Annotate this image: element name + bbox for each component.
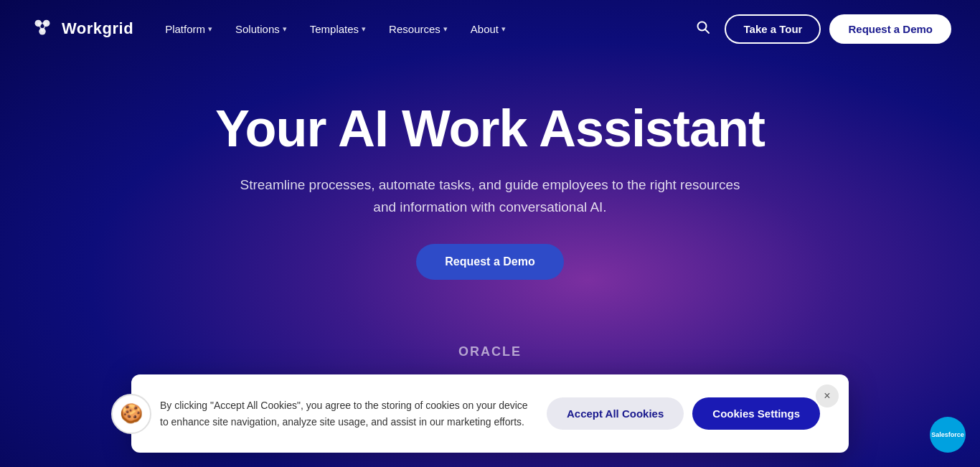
solutions-chevron-icon: ▾ <box>283 24 287 34</box>
nav-item-about[interactable]: About ▾ <box>461 17 516 41</box>
platform-chevron-icon: ▾ <box>208 24 212 34</box>
nav-item-templates[interactable]: Templates ▾ <box>300 17 376 41</box>
accept-all-cookies-button[interactable]: Accept All Cookies <box>547 397 684 430</box>
hero-title: Your AI Work Assistant <box>29 100 951 157</box>
resources-chevron-icon: ▾ <box>443 24 448 34</box>
partners-strip: ORACLE <box>0 344 980 359</box>
workgrid-logo-icon <box>29 15 56 42</box>
search-icon <box>696 20 710 34</box>
hero-section: Your AI Work Assistant Streamline proces… <box>0 57 980 308</box>
cookie-banner: 🍪 By clicking "Accept All Cookies", you … <box>131 374 849 453</box>
hero-subtitle: Streamline processes, automate tasks, an… <box>239 174 741 218</box>
svg-line-7 <box>705 29 709 33</box>
cookie-close-button[interactable]: × <box>816 385 839 407</box>
cookie-actions: Accept All Cookies Cookies Settings <box>547 397 820 430</box>
oracle-logo: ORACLE <box>458 344 522 359</box>
templates-chevron-icon: ▾ <box>362 24 366 34</box>
search-button[interactable] <box>690 14 716 44</box>
cookie-text: By clicking "Accept All Cookies", you ag… <box>160 397 532 430</box>
cookie-icon: 🍪 <box>111 394 151 434</box>
about-chevron-icon: ▾ <box>501 24 506 34</box>
logo-link[interactable]: Workgrid <box>29 15 133 42</box>
request-demo-hero-button[interactable]: Request a Demo <box>416 244 563 280</box>
nav-item-resources[interactable]: Resources ▾ <box>379 17 458 41</box>
salesforce-chat-label: Salesforce <box>931 431 964 438</box>
nav-actions: Take a Tour Request a Demo <box>690 14 951 44</box>
salesforce-chat-bubble[interactable]: Salesforce <box>930 417 966 453</box>
take-a-tour-button[interactable]: Take a Tour <box>725 14 821 44</box>
nav-item-platform[interactable]: Platform ▾ <box>155 17 222 41</box>
nav-item-solutions[interactable]: Solutions ▾ <box>225 17 297 41</box>
request-demo-nav-button[interactable]: Request a Demo <box>829 14 951 44</box>
nav-links: Platform ▾ Solutions ▾ Templates ▾ Resou… <box>155 17 690 41</box>
cookies-settings-button[interactable]: Cookies Settings <box>692 397 820 430</box>
navbar: Workgrid Platform ▾ Solutions ▾ Template… <box>0 0 980 57</box>
logo-text: Workgrid <box>62 19 133 38</box>
